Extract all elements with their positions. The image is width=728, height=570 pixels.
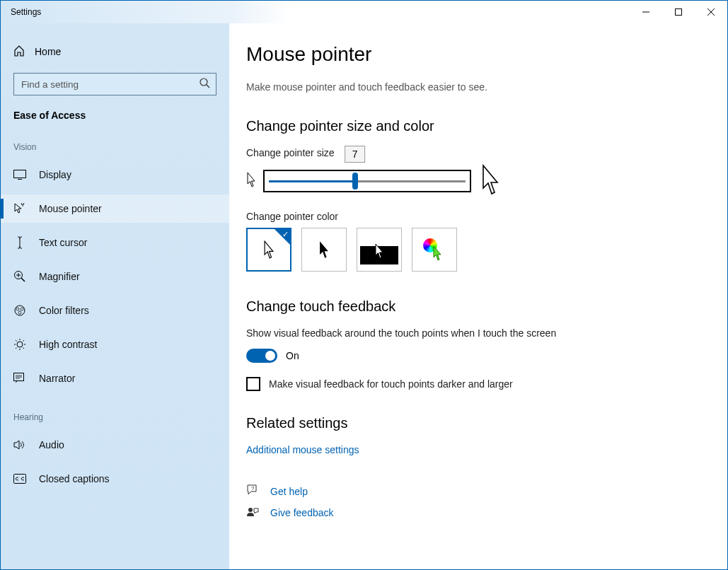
maximize-button[interactable] <box>662 1 695 23</box>
minimize-button[interactable] <box>630 1 662 23</box>
pointer-color-white[interactable]: ✓ <box>246 228 291 272</box>
narrator-icon <box>13 373 26 384</box>
pointer-color-inverted[interactable] <box>357 228 402 272</box>
svg-point-14 <box>21 308 23 310</box>
sidebar-item-label: Color filters <box>39 305 89 316</box>
home-label: Home <box>35 46 61 57</box>
pointer-click-icon <box>13 202 26 215</box>
darker-larger-checkbox[interactable] <box>246 377 260 391</box>
feedback-icon <box>246 506 259 519</box>
give-feedback-link[interactable]: Give feedback <box>270 507 334 518</box>
svg-line-5 <box>207 85 209 88</box>
group-hearing: Hearing <box>1 412 229 422</box>
sidebar-item-label: Text cursor <box>39 237 87 248</box>
content-area: Mouse pointer Make mouse pointer and tou… <box>229 23 727 569</box>
magnifier-icon <box>13 270 26 283</box>
svg-point-31 <box>248 508 253 512</box>
sidebar-item-narrator[interactable]: Narrator <box>1 364 229 392</box>
page-title: Mouse pointer <box>246 43 727 66</box>
sidebar-item-label: Display <box>39 169 71 180</box>
sidebar-item-text-cursor[interactable]: Text cursor <box>1 228 229 257</box>
search-input[interactable] <box>21 79 199 90</box>
sidebar: Home Ease of Access Vision Display Mouse… <box>1 23 229 569</box>
svg-rect-1 <box>676 9 682 16</box>
sidebar-item-high-contrast[interactable]: High contrast <box>1 330 229 359</box>
sidebar-item-label: Mouse pointer <box>39 203 102 214</box>
svg-point-15 <box>18 311 21 314</box>
toggle-state-label: On <box>286 350 299 361</box>
check-icon: ✓ <box>282 230 289 239</box>
pointer-size-label: Change pointer size <box>246 147 727 158</box>
additional-mouse-settings-link[interactable]: Additional mouse settings <box>246 444 727 455</box>
svg-rect-6 <box>14 170 26 178</box>
size-section-heading: Change pointer size and color <box>246 118 727 134</box>
sidebar-section-title: Ease of Access <box>1 110 229 121</box>
pointer-color-custom[interactable] <box>412 228 457 272</box>
slider-thumb[interactable] <box>352 173 358 190</box>
pointer-size-slider[interactable]: 7 <box>263 170 471 192</box>
get-help-link[interactable]: Get help <box>270 486 308 497</box>
pointer-color-label: Change pointer color <box>246 211 727 222</box>
page-description: Make mouse pointer and touch feedback ea… <box>246 81 727 93</box>
closed-captions-icon <box>13 474 26 484</box>
window-title: Settings <box>1 7 41 17</box>
text-cursor-icon <box>13 236 26 249</box>
cursor-large-icon <box>478 164 502 198</box>
sidebar-item-display[interactable]: Display <box>1 161 229 189</box>
sidebar-item-label: Audio <box>39 439 64 450</box>
touch-desc: Show visual feedback around the touch po… <box>246 327 727 339</box>
touch-feedback-toggle[interactable] <box>246 349 277 363</box>
display-icon <box>13 170 26 180</box>
group-vision: Vision <box>1 142 229 152</box>
home-icon <box>13 45 25 59</box>
color-filters-icon <box>13 304 26 317</box>
titlebar: Settings <box>1 1 727 23</box>
checkbox-label: Make visual feedback for touch points da… <box>269 378 513 390</box>
close-button[interactable] <box>695 1 727 23</box>
svg-line-21 <box>16 340 17 342</box>
sidebar-item-label: Narrator <box>39 373 75 384</box>
sidebar-item-audio[interactable]: Audio <box>1 431 229 459</box>
search-box[interactable] <box>13 73 216 95</box>
svg-line-23 <box>16 348 17 349</box>
high-contrast-icon <box>13 338 26 351</box>
sidebar-item-color-filters[interactable]: Color filters <box>1 296 229 325</box>
pointer-size-slider-row: 7 <box>246 164 727 198</box>
cursor-small-icon <box>246 172 256 190</box>
sidebar-item-label: High contrast <box>39 339 97 350</box>
svg-point-4 <box>200 78 207 86</box>
svg-line-24 <box>23 340 25 342</box>
sidebar-item-label: Closed captions <box>39 473 110 484</box>
svg-point-16 <box>17 342 23 347</box>
sidebar-item-label: Magnifier <box>39 271 80 282</box>
sidebar-item-closed-captions[interactable]: Closed captions <box>1 465 229 493</box>
touch-section-heading: Change touch feedback <box>246 298 727 315</box>
home-nav[interactable]: Home <box>1 37 229 66</box>
slider-value-tooltip: 7 <box>345 146 366 163</box>
sidebar-item-mouse-pointer[interactable]: Mouse pointer <box>1 194 229 223</box>
svg-text:?: ? <box>251 485 255 492</box>
search-icon <box>199 77 210 91</box>
svg-line-11 <box>21 278 25 281</box>
sidebar-item-magnifier[interactable]: Magnifier <box>1 262 229 291</box>
pointer-color-options: ✓ <box>246 228 727 272</box>
svg-line-22 <box>23 348 25 349</box>
pointer-color-black[interactable] <box>301 228 347 272</box>
related-heading: Related settings <box>246 415 727 431</box>
svg-point-13 <box>16 308 19 310</box>
get-help-icon: ? <box>246 484 259 499</box>
audio-icon <box>13 439 26 450</box>
